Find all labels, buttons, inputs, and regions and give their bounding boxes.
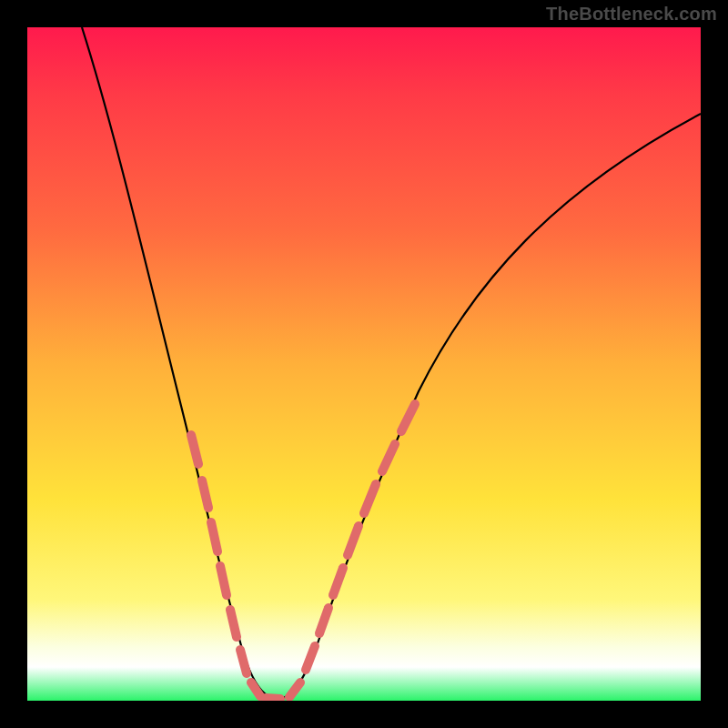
svg-line-11 <box>333 568 343 595</box>
svg-line-1 <box>202 480 208 508</box>
plot-area <box>27 27 701 701</box>
svg-line-0 <box>191 435 198 464</box>
svg-line-13 <box>364 484 376 513</box>
svg-line-9 <box>306 646 315 670</box>
chart-frame: TheBottleneck.com <box>0 0 728 728</box>
svg-line-10 <box>319 608 329 633</box>
svg-line-14 <box>382 444 395 471</box>
left-highlight <box>191 435 280 699</box>
svg-line-2 <box>211 522 217 551</box>
svg-line-15 <box>401 404 415 431</box>
svg-line-8 <box>289 682 300 697</box>
svg-line-7 <box>266 698 280 699</box>
bottleneck-curve <box>27 27 701 701</box>
svg-line-5 <box>240 650 247 673</box>
svg-line-12 <box>348 526 359 555</box>
svg-line-4 <box>230 610 237 637</box>
right-highlight <box>289 404 415 697</box>
curve-path <box>82 27 701 699</box>
svg-line-6 <box>251 682 260 696</box>
watermark-text: TheBottleneck.com <box>546 4 717 25</box>
svg-line-3 <box>220 566 227 595</box>
